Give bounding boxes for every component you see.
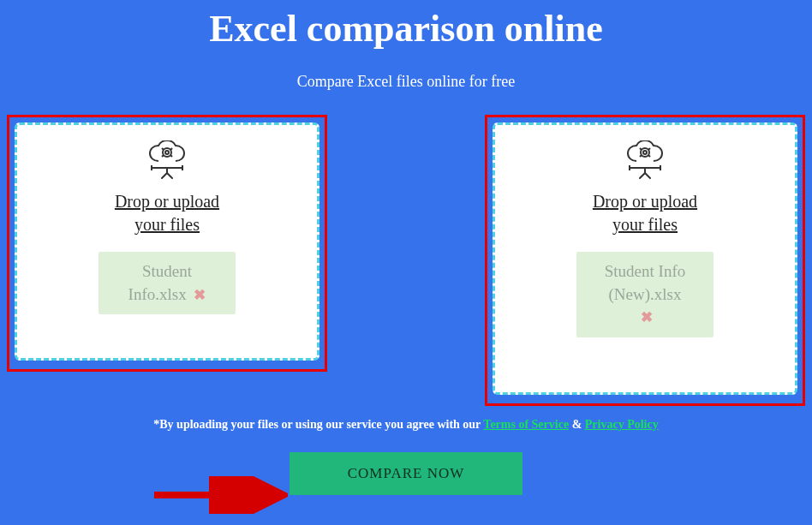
arrow-annotation-icon: [151, 476, 288, 514]
dropzone-left-label: Drop or upload your files: [115, 190, 219, 236]
file-chip-right: Student Info (New).xlsx ✖: [576, 252, 713, 337]
file-name-left: Student Info.xlsx: [128, 262, 192, 303]
highlight-frame-left: Drop or upload your files Student Info.x…: [7, 115, 327, 372]
upload-row: Drop or upload your files Student Info.x…: [0, 115, 812, 406]
dz-right-line2: your files: [612, 215, 678, 234]
privacy-policy-link[interactable]: Privacy Policy: [585, 418, 659, 431]
dz-left-line2: your files: [134, 215, 200, 234]
disclaimer-amp: &: [572, 418, 585, 431]
disclaimer-prefix: *By uploading your files or using our se…: [153, 418, 483, 431]
dropzone-right[interactable]: Drop or upload your files Student Info (…: [493, 122, 797, 395]
page-subtitle: Compare Excel files online for free: [0, 56, 812, 115]
page-title: Excel comparison online: [0, 0, 812, 56]
compare-now-button[interactable]: COMPARE NOW: [290, 452, 522, 495]
dropzone-left[interactable]: Drop or upload your files Student Info.x…: [15, 122, 319, 361]
dropzone-right-label: Drop or upload your files: [593, 190, 697, 236]
svg-point-1: [165, 151, 169, 154]
cloud-upload-icon: [621, 140, 669, 185]
cloud-upload-icon: [143, 140, 191, 185]
disclaimer-text: *By uploading your files or using our se…: [0, 418, 812, 432]
dz-left-line1: Drop or upload: [115, 192, 219, 211]
remove-file-left-icon[interactable]: ✖: [194, 287, 206, 303]
file-name-right: Student Info (New).xlsx: [605, 262, 685, 303]
dz-right-line1: Drop or upload: [593, 192, 697, 211]
svg-point-7: [643, 151, 647, 154]
file-chip-left: Student Info.xlsx ✖: [99, 252, 236, 314]
highlight-frame-right: Drop or upload your files Student Info (…: [485, 115, 805, 406]
terms-of-service-link[interactable]: Terms of Service: [483, 418, 569, 431]
remove-file-right-icon[interactable]: ✖: [641, 309, 653, 325]
